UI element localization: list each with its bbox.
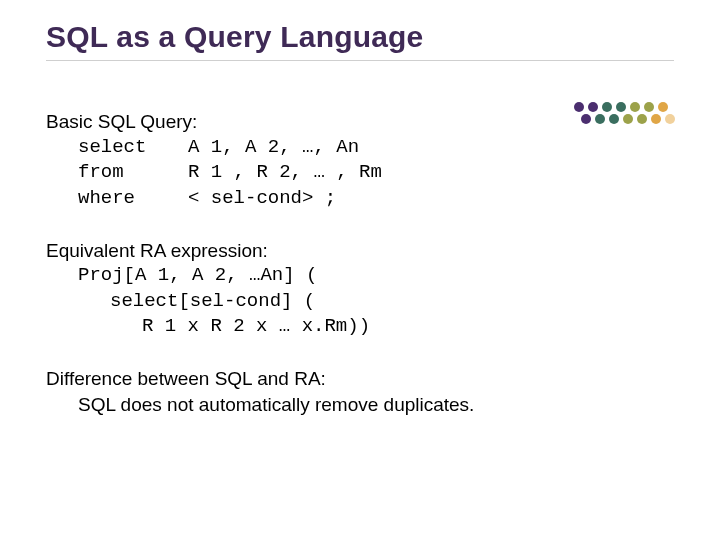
sql-select-line: selectA 1, A 2, …, An xyxy=(46,135,674,161)
dot-icon xyxy=(588,102,598,112)
ra-lead: Equivalent RA expression: xyxy=(46,238,674,264)
dot-icon xyxy=(616,102,626,112)
title-underline xyxy=(46,60,674,61)
sql-from-kw: from xyxy=(78,160,188,186)
dot-icon xyxy=(602,102,612,112)
ra-line1: Proj[A 1, A 2, …An] ( xyxy=(46,263,674,289)
dot-icon xyxy=(665,114,675,124)
diff-line1: SQL does not automatically remove duplic… xyxy=(46,392,674,418)
decorative-dots xyxy=(568,98,678,138)
diff-lead: Difference between SQL and RA: xyxy=(46,366,674,392)
dot-icon xyxy=(609,114,619,124)
sql-where-kw: where xyxy=(78,186,188,212)
sql-select-args: A 1, A 2, …, An xyxy=(188,136,359,158)
section-ra: Equivalent RA expression: Proj[A 1, A 2,… xyxy=(46,238,674,341)
dot-icon xyxy=(623,114,633,124)
dot-icon xyxy=(637,114,647,124)
dot-icon xyxy=(644,102,654,112)
sql-where-args: < sel-cond> ; xyxy=(188,187,336,209)
section-diff: Difference between SQL and RA: SQL does … xyxy=(46,366,674,417)
dot-icon xyxy=(651,114,661,124)
sql-where-line: where< sel-cond> ; xyxy=(46,186,674,212)
ra-line2: select[sel-cond] ( xyxy=(46,289,674,315)
ra-line3: R 1 x R 2 x … x.Rm)) xyxy=(46,314,674,340)
dot-icon xyxy=(581,114,591,124)
sql-select-kw: select xyxy=(78,135,188,161)
dot-icon xyxy=(574,102,584,112)
slide-body: Basic SQL Query: selectA 1, A 2, …, An f… xyxy=(46,109,674,417)
dot-icon xyxy=(658,102,668,112)
page-title: SQL as a Query Language xyxy=(46,20,674,54)
dot-icon xyxy=(630,102,640,112)
sql-from-line: fromR 1 , R 2, … , Rm xyxy=(46,160,674,186)
dot-icon xyxy=(595,114,605,124)
sql-from-args: R 1 , R 2, … , Rm xyxy=(188,161,382,183)
